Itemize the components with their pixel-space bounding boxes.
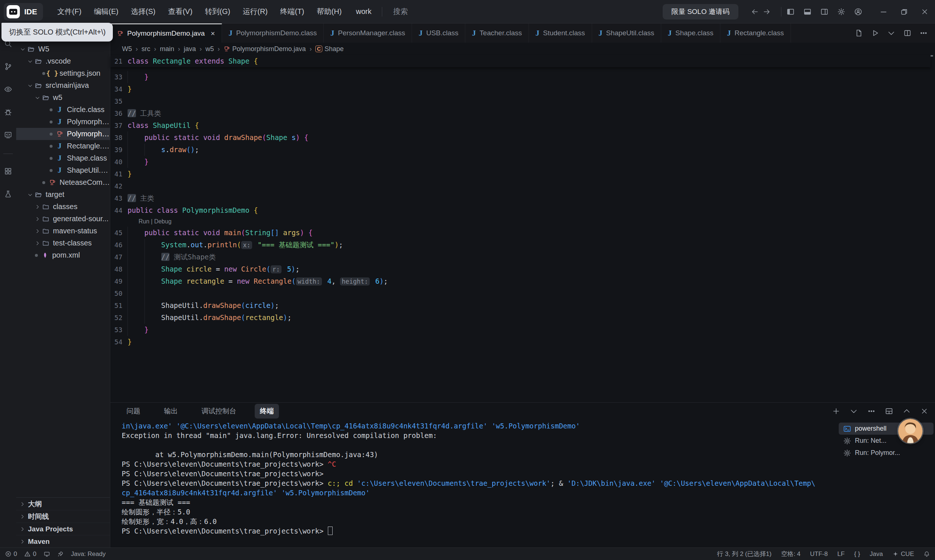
codelens-run-debug[interactable]: Run | Debug: [110, 217, 930, 227]
status-item--[interactable]: { }: [854, 551, 860, 558]
activitybar-bug-icon[interactable]: [4, 108, 12, 118]
breadcrumb-item[interactable]: W5: [122, 45, 132, 53]
ide-menu-button[interactable]: IDE: [4, 3, 43, 21]
panel-bottom-icon[interactable]: [803, 8, 812, 16]
plus-icon[interactable]: [832, 407, 840, 415]
status-item--3-2-1-[interactable]: 行 3, 列 2 (已选择1): [717, 550, 772, 558]
menu-item[interactable]: 查看(V): [163, 5, 197, 19]
editor-tab[interactable]: JPolymorphismDemo.class: [222, 23, 324, 43]
breadcrumb-item[interactable]: CShape: [315, 45, 344, 53]
status-item[interactable]: [44, 551, 50, 557]
tree-item[interactable]: W5: [16, 43, 110, 55]
breadcrumb-item[interactable]: PolymorphismDemo.java: [223, 45, 306, 53]
activitybar-extensions-grid-icon[interactable]: [4, 167, 12, 177]
new-file-icon[interactable]: [855, 29, 863, 37]
editor-tab[interactable]: JShapeUtil.class: [592, 23, 661, 43]
breadcrumb-item[interactable]: src: [141, 45, 150, 53]
status-item-java-ready[interactable]: Java: Ready: [71, 551, 106, 558]
tree-item[interactable]: JShape.class: [16, 152, 110, 164]
chevron-down-icon[interactable]: [887, 29, 895, 37]
status-item-cue[interactable]: CUE: [892, 551, 914, 558]
minimize-button[interactable]: [873, 0, 894, 23]
tree-item[interactable]: .vscode: [16, 55, 110, 67]
editor-tab[interactable]: JRectangle.class: [720, 23, 791, 43]
panel-tab-问题[interactable]: 问题: [121, 404, 146, 418]
ellipsis-icon[interactable]: [867, 407, 875, 415]
sidebar-section-Java Projects[interactable]: Java Projects: [16, 523, 110, 535]
sidebar-section-时间线[interactable]: 时间线: [16, 510, 110, 523]
close-icon[interactable]: ×: [211, 29, 215, 38]
gear-icon[interactable]: [837, 8, 845, 16]
chevron-down-icon[interactable]: [850, 407, 858, 415]
code-editor[interactable]: 33}34}3536// 工具类37class ShapeUtil {38pub…: [110, 67, 930, 406]
menu-item[interactable]: 选择(S): [126, 5, 160, 19]
global-search[interactable]: 搜索: [389, 7, 408, 17]
arrow-right-icon[interactable]: [763, 8, 771, 16]
tree-item[interactable]: test-classes: [16, 237, 110, 249]
menu-item[interactable]: 终端(T): [275, 5, 309, 19]
tree-item[interactable]: JShapeUtil.class: [16, 164, 110, 176]
breadcrumb-item[interactable]: java: [184, 45, 196, 53]
tree-item[interactable]: classes: [16, 201, 110, 213]
status-item-java[interactable]: Java: [870, 551, 883, 558]
breadcrumb-item[interactable]: main: [160, 45, 174, 53]
tree-item[interactable]: generated-sour...: [16, 213, 110, 225]
sidebar-section-大纲[interactable]: 大纲: [16, 497, 110, 510]
close-icon[interactable]: [920, 407, 928, 415]
tree-item[interactable]: JRectangle.class: [16, 140, 110, 152]
status-item-0[interactable]: 0: [5, 551, 17, 558]
terminal-output[interactable]: in\java.exe' '@C:\Users\eleven\AppData\L…: [110, 420, 935, 536]
menu-item[interactable]: 运行(R): [238, 5, 272, 19]
menu-item[interactable]: 转到(G): [200, 5, 235, 19]
activitybar-flask-icon[interactable]: [4, 190, 12, 200]
activitybar-eye-icon[interactable]: [4, 85, 12, 95]
arrow-left-icon[interactable]: [751, 8, 759, 16]
terminal-list-item[interactable]: Run: Polymor...: [839, 447, 933, 459]
tree-item[interactable]: src\main\java: [16, 79, 110, 91]
run-icon[interactable]: [871, 29, 879, 37]
tree-item[interactable]: JPolymorphis...: [16, 116, 110, 128]
panel-tab-调试控制台[interactable]: 调试控制台: [196, 404, 241, 418]
editor-tab[interactable]: JTeacher.class: [465, 23, 529, 43]
tree-item[interactable]: w5: [16, 91, 110, 104]
tree-item[interactable]: Polymorphis...: [16, 128, 110, 140]
editor-tab[interactable]: JPersonManager.class: [324, 23, 412, 43]
chevron-up-icon[interactable]: [903, 407, 911, 415]
panel-right-icon[interactable]: [820, 8, 829, 16]
status-item-utf-8[interactable]: UTF-8: [810, 551, 828, 558]
avatar[interactable]: [898, 419, 923, 443]
close-button[interactable]: [914, 0, 935, 23]
activitybar-source-control-icon[interactable]: [4, 63, 12, 72]
workspace-switcher[interactable]: work: [356, 7, 375, 16]
status-item--4[interactable]: 空格: 4: [781, 550, 800, 558]
status-item[interactable]: [57, 551, 64, 557]
tree-item[interactable]: maven-status: [16, 225, 110, 237]
tree-item[interactable]: NeteaseComme...: [16, 176, 110, 189]
menu-item[interactable]: 编辑(E): [89, 5, 123, 19]
ellipsis-icon[interactable]: [920, 29, 928, 37]
menu-item[interactable]: 文件(F): [52, 5, 86, 19]
tree-item[interactable]: pom.xml: [16, 249, 110, 261]
split-editor-icon[interactable]: [903, 29, 912, 37]
editor-tab[interactable]: JStudent.class: [529, 23, 592, 43]
tree-item[interactable]: { }settings.json: [16, 67, 110, 79]
editor-tab[interactable]: JUSB.class: [412, 23, 465, 43]
tree-item[interactable]: JCircle.class: [16, 104, 110, 116]
panel-layout-icon[interactable]: [885, 407, 893, 415]
editor-tab[interactable]: JShape.class: [661, 23, 720, 43]
panel-tab-输出[interactable]: 输出: [159, 404, 183, 418]
solo-invite-button[interactable]: 限量 SOLO 邀请码: [663, 4, 738, 20]
sticky-scroll-line[interactable]: 21class Rectangle extends Shape {: [110, 55, 930, 67]
account-icon[interactable]: [854, 8, 862, 16]
editor-tab[interactable]: PolymorphismDemo.java×: [110, 23, 222, 43]
tree-item[interactable]: target: [16, 189, 110, 201]
status-item-0[interactable]: 0: [24, 551, 36, 558]
status-item[interactable]: [924, 551, 930, 557]
restore-button[interactable]: [894, 0, 914, 23]
sidebar-section-Maven[interactable]: Maven: [16, 535, 110, 548]
panel-tab-终端[interactable]: 终端: [255, 404, 279, 418]
breadcrumb-item[interactable]: w5: [205, 45, 214, 53]
menu-item[interactable]: 帮助(H): [312, 5, 347, 19]
panel-left-icon[interactable]: [786, 8, 795, 16]
status-item-lf[interactable]: LF: [837, 551, 844, 558]
